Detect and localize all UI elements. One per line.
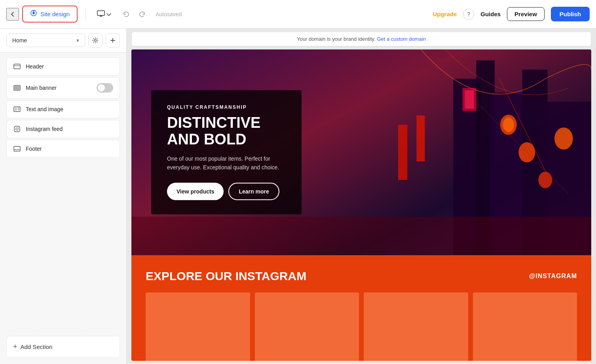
publish-button[interactable]: Publish: [551, 7, 590, 21]
hero-content-box: QUALITY CRAFTSMANSHIP DISTINCTIVE AND BO…: [151, 90, 302, 214]
get-custom-domain-link[interactable]: Get a custom domain: [377, 36, 426, 42]
sidebar-header: Home ▾: [0, 28, 126, 53]
svg-point-4: [95, 40, 97, 42]
divider: [85, 8, 86, 21]
palette-icon: [30, 9, 37, 19]
svg-rect-32: [398, 125, 407, 180]
hero-title: DISTINCTIVE AND BOLD: [167, 115, 286, 148]
preview-button[interactable]: Preview: [507, 7, 545, 21]
svg-point-30: [538, 172, 552, 188]
sidebar-item-footer[interactable]: Footer: [6, 140, 120, 158]
svg-rect-14: [14, 126, 20, 132]
chevron-down-icon: [106, 11, 111, 18]
sidebar-item-header[interactable]: Header: [6, 57, 120, 76]
svg-point-16: [18, 127, 19, 128]
svg-rect-33: [416, 116, 425, 161]
banner-icon: [13, 85, 21, 91]
topbar-left: Site design: [6, 6, 78, 23]
view-products-button[interactable]: View products: [167, 183, 224, 200]
guides-button[interactable]: Guides: [480, 11, 501, 17]
svg-point-2: [33, 11, 34, 12]
page-selector[interactable]: Home ▾: [6, 34, 85, 47]
instagram-thumb-2[interactable]: [255, 292, 359, 361]
instagram-handle: @INSTAGRAM: [529, 273, 577, 280]
canvas-area: Your domain is your brand identity. Get …: [127, 28, 596, 364]
instagram-thumb-1[interactable]: [146, 292, 250, 361]
sidebar-item-label: Main banner: [26, 85, 92, 91]
sidebar-item-instagram-feed[interactable]: Instagram feed: [6, 120, 120, 138]
undo-redo-controls: [119, 7, 149, 21]
sidebar-item-text-and-image[interactable]: Text and image: [6, 100, 120, 118]
back-button[interactable]: [6, 8, 19, 21]
svg-rect-34: [131, 217, 591, 255]
autosaved-status: Autosaved: [156, 11, 182, 17]
main-layout: Home ▾ Header Mai: [0, 28, 596, 364]
main-banner-toggle[interactable]: [97, 83, 113, 93]
sidebar-item-main-banner[interactable]: Main banner: [6, 77, 120, 99]
svg-point-31: [554, 127, 573, 150]
sidebar-item-label: Footer: [26, 146, 113, 152]
device-selector[interactable]: [94, 8, 114, 21]
add-section-button[interactable]: + Add Section: [6, 336, 120, 358]
undo-button[interactable]: [119, 7, 133, 21]
text-image-icon: [13, 106, 21, 112]
help-button[interactable]: ?: [463, 9, 474, 20]
chevron-down-icon: ▾: [76, 37, 79, 44]
sidebar-item-label: Header: [26, 63, 113, 70]
learn-more-button[interactable]: Learn more: [228, 183, 279, 200]
monitor-icon: [97, 10, 105, 18]
svg-point-15: [16, 128, 18, 130]
instagram-grid: [146, 292, 577, 361]
hero-subtitle: QUALITY CRAFTSMANSHIP: [167, 104, 286, 110]
svg-rect-10: [15, 108, 17, 111]
instagram-section: EXPLORE OUR INSTAGRAM @INSTAGRAM: [131, 255, 591, 361]
hero-description: One of our most popular items. Perfect f…: [167, 154, 286, 172]
sidebar-sections: Header Main banner Text and image: [0, 53, 126, 336]
hero-buttons: View products Learn more: [167, 183, 286, 200]
redo-button[interactable]: [135, 7, 149, 21]
svg-point-1: [32, 12, 35, 14]
sidebar: Home ▾ Header Mai: [0, 28, 127, 364]
sidebar-item-label: Instagram feed: [26, 126, 113, 132]
header-icon: [13, 64, 21, 69]
instagram-title: EXPLORE OUR INSTAGRAM: [146, 269, 306, 283]
page-settings-button[interactable]: [88, 33, 102, 47]
domain-notice-bar: Your domain is your brand identity. Get …: [131, 32, 591, 46]
svg-rect-17: [14, 146, 20, 151]
canvas-frame[interactable]: QUALITY CRAFTSMANSHIP DISTINCTIVE AND BO…: [131, 49, 591, 361]
sidebar-item-label: Text and image: [26, 106, 113, 112]
instagram-thumb-4[interactable]: [473, 292, 577, 361]
svg-rect-26: [465, 90, 474, 108]
plus-icon: +: [13, 343, 17, 351]
svg-rect-5: [14, 64, 20, 69]
svg-rect-3: [97, 11, 104, 15]
svg-rect-8: [15, 86, 19, 89]
instagram-thumb-3[interactable]: [364, 292, 468, 361]
upgrade-button[interactable]: Upgrade: [433, 11, 457, 17]
site-design-button[interactable]: Site design: [22, 6, 78, 23]
topbar-right: Upgrade ? Guides Preview Publish: [433, 7, 590, 21]
instagram-header: EXPLORE OUR INSTAGRAM @INSTAGRAM: [146, 269, 577, 283]
instagram-icon: [13, 126, 21, 132]
topbar: Site design Autosaved Upgrade ? Guides P…: [0, 0, 596, 28]
hero-section: QUALITY CRAFTSMANSHIP DISTINCTIVE AND BO…: [131, 49, 591, 255]
footer-icon: [13, 146, 21, 152]
add-page-button[interactable]: [106, 33, 120, 47]
